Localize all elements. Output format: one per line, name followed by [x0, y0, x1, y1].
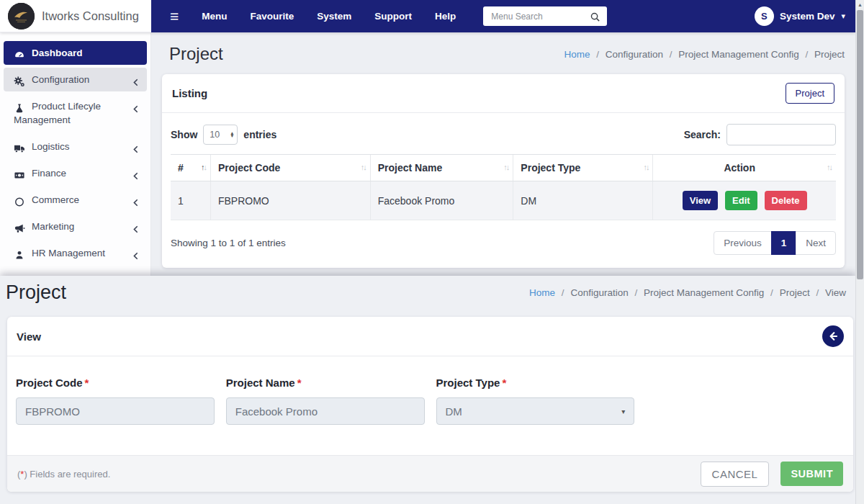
column-header-index[interactable]: # ↑↓ — [171, 155, 210, 181]
back-button[interactable] — [822, 325, 844, 347]
chevron-left-icon — [132, 248, 140, 258]
nav-item-menu[interactable]: Menu — [190, 11, 238, 22]
next-page-button[interactable]: Next — [796, 231, 836, 255]
field-project-code: Project Code* FBPROMO — [16, 377, 215, 425]
sidebar-item-hr-management[interactable]: HR Management — [4, 241, 147, 265]
user-name: System Dev — [780, 11, 835, 22]
page-size-select[interactable]: 10 ▴▾ — [203, 125, 238, 145]
scrollbar-up-arrow[interactable]: ▲ — [856, 0, 864, 9]
project-code-input: FBPROMO — [16, 397, 215, 425]
sidebar-item-logistics[interactable]: Logistics — [4, 135, 147, 158]
entries-label: entries — [243, 129, 276, 140]
breadcrumb: Home / Configuration / Project Managemen… — [529, 287, 846, 298]
search-label: Search: — [684, 129, 721, 140]
page-number-button[interactable]: 1 — [771, 231, 797, 255]
required-asterisk: * — [85, 377, 89, 389]
submit-button[interactable]: SUBMIT — [780, 462, 843, 486]
previous-page-button[interactable]: Previous — [714, 231, 772, 255]
chevron-left-icon — [132, 75, 140, 84]
delete-button[interactable]: Delete — [765, 191, 807, 210]
breadcrumb-item: Configuration — [606, 49, 663, 60]
column-header-project-name[interactable]: Project Name ↑↓ — [370, 155, 513, 181]
required-asterisk: * — [297, 377, 302, 389]
nav-item-system[interactable]: System — [305, 11, 363, 22]
spinner-icon: ▴▾ — [231, 132, 234, 138]
field-project-name: Project Name* Facebook Promo — [226, 377, 425, 425]
view-title: View — [17, 330, 41, 343]
project-button[interactable]: Project — [786, 83, 834, 104]
page-size-value: 10 — [210, 130, 220, 140]
field-label: Project Type* — [436, 377, 635, 389]
truck-icon — [14, 141, 25, 152]
scrollbar-thumb[interactable] — [857, 10, 863, 279]
user-avatar: S — [755, 6, 774, 26]
breadcrumb-separator: / — [562, 287, 564, 298]
sidebar-item-finance[interactable]: Finance — [4, 161, 147, 185]
view-page-overlay: Project Home / Configuration / Project M… — [0, 276, 855, 504]
sidebar-item-configuration[interactable]: Configuration — [4, 68, 147, 91]
chevron-left-icon — [132, 222, 140, 231]
breadcrumb-home-link[interactable]: Home — [564, 49, 590, 60]
sidebar-item-label: Finance — [32, 168, 66, 179]
view-card-header: View — [7, 317, 853, 356]
show-label: Show — [171, 129, 197, 140]
view-button[interactable]: View — [683, 191, 718, 210]
required-fields-note: (*) Fields are required. — [17, 469, 110, 480]
chevron-left-icon — [132, 142, 140, 151]
table-header-row: # ↑↓ Project Code ↑↓ Project Name ↑↓ Pro… — [171, 155, 836, 181]
megaphone-icon — [14, 221, 25, 232]
chevron-left-icon — [132, 168, 140, 178]
page-scrollbar: ▲ — [855, 0, 864, 504]
listing-title: Listing — [172, 87, 207, 99]
sidebar-item-commerce[interactable]: Commerce — [4, 188, 147, 212]
sort-icon: ↑↓ — [643, 163, 648, 171]
sidebar-item-label: HR Management — [32, 248, 105, 258]
breadcrumb-home-link[interactable]: Home — [529, 287, 555, 298]
show-entries-control: Show 10 ▴▾ entries — [171, 125, 276, 145]
breadcrumb-item: Project Management Config — [678, 49, 798, 60]
table-search-control: Search: — [684, 124, 836, 145]
cancel-button[interactable]: CANCEL — [701, 462, 770, 487]
user-menu[interactable]: S System Dev ▾ — [755, 6, 845, 26]
column-header-project-type[interactable]: Project Type ↑↓ — [513, 155, 653, 181]
breadcrumb-separator: / — [670, 49, 672, 60]
nav-item-help[interactable]: Help — [423, 11, 467, 22]
table-search-input[interactable] — [726, 124, 836, 145]
select-caret-icon: ▾ — [621, 408, 625, 415]
cell-project-code: FBPROMO — [210, 181, 370, 220]
column-header-project-code[interactable]: Project Code ↑↓ — [210, 155, 370, 181]
page-title: Project — [169, 44, 223, 64]
sort-icon: ↑↓ — [201, 163, 206, 171]
table-footer: Showing 1 to 1 of 1 entries Previous 1 N… — [162, 220, 845, 268]
breadcrumb-separator: / — [816, 287, 819, 298]
nav-item-support[interactable]: Support — [363, 11, 423, 22]
view-card: View Project Code* FBPROMO Project Name*… — [7, 317, 853, 492]
field-project-type: Project Type* DM ▾ — [436, 377, 635, 425]
edit-button[interactable]: Edit — [725, 191, 757, 210]
breadcrumb-separator: / — [596, 49, 599, 60]
sidebar-item-label: Commerce — [32, 194, 79, 205]
table-controls: Show 10 ▴▾ entries Search: — [162, 113, 845, 154]
breadcrumb-separator: / — [634, 287, 637, 298]
view-page-title: Project — [6, 282, 66, 304]
sidebar-item-product-lifecycle-management[interactable]: Product Lifecyle Management — [4, 94, 147, 132]
search-icon[interactable] — [590, 10, 600, 23]
menu-search-input[interactable] — [490, 11, 590, 22]
sidebar-item-label: Dashboard — [32, 48, 83, 58]
empty-column — [646, 377, 845, 425]
column-header-action[interactable]: Action ↑↓ — [653, 155, 836, 181]
page-header: Project Home / Configuration / Project M… — [151, 32, 855, 74]
sidebar-item-label: Logistics — [32, 141, 70, 152]
sidebar-item-marketing[interactable]: Marketing — [4, 215, 147, 238]
nav-item-favourite[interactable]: Favourite — [239, 11, 306, 22]
money-icon — [14, 168, 25, 179]
sidebar-item-dashboard[interactable]: Dashboard — [4, 41, 147, 65]
sidebar-item-label: Configuration — [32, 74, 89, 85]
breadcrumb-separator: / — [805, 49, 808, 60]
hamburger-icon[interactable]: ≡ — [170, 9, 179, 24]
listing-card: Listing Project Show 10 ▴▾ entries Searc… — [162, 74, 845, 268]
top-bar: Itworks Consulting ≡ Menu Favourite Syst… — [0, 0, 855, 32]
view-page-header: Project Home / Configuration / Project M… — [0, 276, 855, 304]
field-label: Project Name* — [226, 377, 425, 389]
field-label: Project Code* — [16, 377, 215, 389]
